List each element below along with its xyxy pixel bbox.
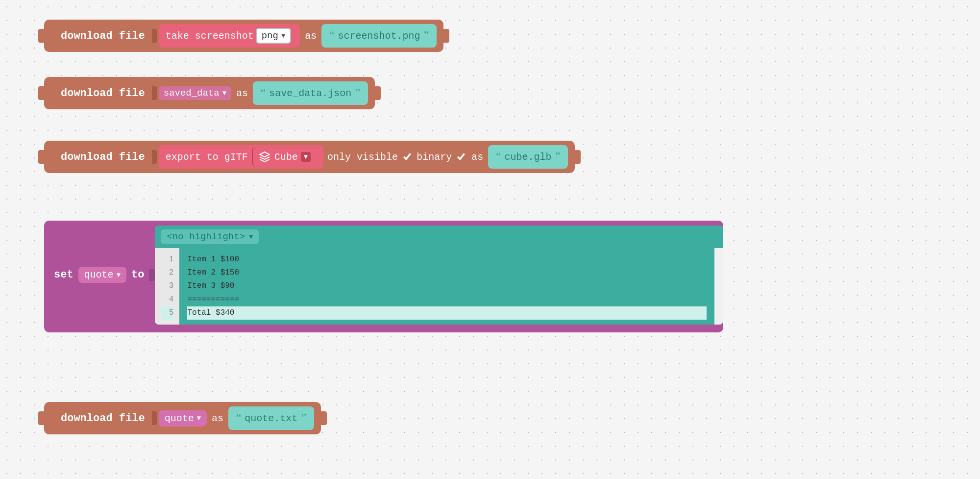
block4-code-outer: 1 2 3 4 5 Item 1 $100 Item 2 $150 Item 3… [155, 248, 723, 325]
block2-as: as [231, 88, 253, 99]
cube-icon [259, 151, 270, 163]
code-line-3: Item 3 $90 [187, 279, 707, 293]
block1-format-label: png [262, 30, 278, 41]
block5-variable-arrow: ▼ [197, 414, 201, 422]
block4-outer: set quote ▼ to <no highlight> ▼ [44, 221, 723, 332]
block4-top: set quote ▼ to <no highlight> ▼ [49, 226, 723, 325]
block5-filename-block: ❝ quote.txt ❞ [228, 406, 314, 430]
block4-highlight-label: <no highlight> [167, 231, 245, 242]
block3-filename: cube.glb [504, 151, 551, 163]
code-line-4: =========== [187, 293, 707, 306]
block3-inner: export to gITF Cube ▼ [159, 145, 323, 169]
block5-open-quote: ❝ [235, 412, 242, 425]
line-num-3: 3 [161, 279, 173, 293]
block2-open-quote: ❝ [260, 87, 266, 100]
block4-variable-arrow: ▼ [117, 271, 121, 279]
block2-variable-label: saved_data [164, 88, 220, 99]
block2-label: download file [54, 87, 152, 100]
block4-code-editor[interactable]: <no highlight> ▼ 1 2 3 4 5 Item 1 $100 I… [155, 226, 723, 325]
block5-variable-label: quote [165, 413, 194, 424]
block4-set-label: set [49, 269, 78, 281]
block2-filename-block: ❝ save_data.json ❞ [253, 81, 368, 105]
block3-open-quote: ❝ [495, 151, 501, 164]
block5-outer: download file quote ▼ as ❝ quote.txt ❞ [44, 402, 321, 434]
block3-cube-arrow: ▼ [304, 153, 308, 161]
line-num-2: 2 [161, 266, 173, 279]
block5-close-quote: ❞ [300, 412, 307, 425]
block4-highlight-arrow: ▼ [249, 233, 253, 241]
block3-cube-block: Cube ▼ [252, 147, 317, 167]
block5-row: download file quote ▼ as ❝ quote.txt ❞ [44, 402, 321, 434]
block3-row: download file export to gITF Cube ▼ [44, 141, 575, 173]
block5-as: as [207, 413, 228, 424]
block3-only-visible-checkbox[interactable] [402, 151, 413, 162]
block3-cube-dropdown[interactable]: ▼ [301, 152, 311, 162]
block1-inner-label: take screenshot [166, 30, 254, 42]
block2-variable-arrow: ▼ [222, 89, 226, 97]
block1-inner: take screenshot png ▼ [159, 24, 300, 48]
block4-variable-label: quote [84, 269, 114, 280]
block1-outer: download file take screenshot png ▼ as ❝… [44, 20, 443, 52]
block4-scrollbar[interactable] [714, 248, 723, 325]
block1-png-dropdown[interactable]: png ▼ [256, 28, 292, 44]
block5-variable-dropdown[interactable]: quote ▼ [159, 410, 207, 427]
block1-format-arrow: ▼ [281, 32, 285, 40]
block1-filename: screenshot.png [338, 30, 420, 42]
code-line-5: Total $340 [187, 306, 707, 320]
line-num-4: 4 [161, 293, 173, 306]
block4-to-label: to [126, 269, 149, 281]
block1-open-quote: ❝ [328, 29, 335, 43]
block1-filename-block: ❝ screenshot.png ❞ [321, 24, 437, 48]
block1-as1: as [300, 30, 321, 42]
block2-filename: save_data.json [269, 88, 351, 99]
block3-as: as [466, 151, 488, 163]
block5-filename: quote.txt [245, 413, 297, 424]
code-line-1: Item 1 $100 [187, 253, 707, 266]
block2-outer: download file saved_data ▼ as ❝ save_dat… [44, 77, 375, 109]
block3-label: download file [54, 151, 152, 163]
block3-inner-label: export to gITF [166, 151, 248, 163]
block4-code-content[interactable]: Item 1 $100 Item 2 $150 Item 3 $90 =====… [179, 248, 714, 325]
block4-row: set quote ▼ to <no highlight> ▼ [44, 221, 723, 332]
block1-label: download file [54, 30, 152, 42]
block4-highlight-dropdown[interactable]: <no highlight> ▼ [161, 229, 259, 244]
block2-variable-dropdown[interactable]: saved_data ▼ [159, 86, 231, 100]
block5-label: download file [54, 412, 152, 425]
block4-variable-dropdown[interactable]: quote ▼ [78, 267, 126, 283]
code-line-2: Item 2 $150 [187, 266, 707, 279]
block4-line-numbers: 1 2 3 4 5 [155, 248, 179, 325]
block3-binary-label: binary [413, 151, 456, 163]
block3-binary-checkbox[interactable] [456, 151, 466, 162]
block3-outer: download file export to gITF Cube ▼ [44, 141, 575, 173]
block3-filename-block: ❝ cube.glb ❞ [488, 145, 568, 169]
block4-toolbar: <no highlight> ▼ [155, 226, 723, 248]
line-num-5: 5 [161, 306, 173, 320]
block3-cube-label: Cube [274, 151, 298, 163]
block2-row: download file saved_data ▼ as ❝ save_dat… [44, 77, 375, 109]
block1-row: download file take screenshot png ▼ as ❝… [44, 20, 443, 52]
block3-only-visible-label: only visible [323, 151, 402, 163]
block1-close-quote: ❞ [423, 29, 430, 43]
block3-close-quote: ❞ [554, 151, 561, 164]
line-num-1: 1 [161, 253, 173, 266]
block2-close-quote: ❞ [354, 87, 361, 100]
